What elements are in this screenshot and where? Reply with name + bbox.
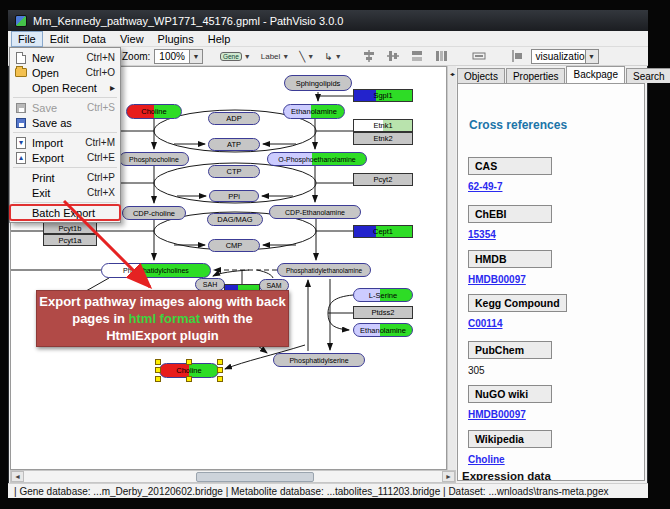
file-menu-item-print[interactable]: Print Ctrl+P <box>10 170 120 185</box>
node-gene[interactable]: Etnk2 <box>353 132 413 145</box>
file-menu-item-import[interactable]: ▾ Import Ctrl+M <box>10 135 120 150</box>
node-metabolite[interactable]: Phosphatidylcholines <box>101 263 211 278</box>
tab-properties[interactable]: Properties <box>506 68 566 83</box>
tab-objects[interactable]: Objects <box>457 68 505 83</box>
common-width-button[interactable] <box>407 48 427 64</box>
scrollbar-thumb[interactable] <box>196 472 314 482</box>
node-gene[interactable]: Ptdss2 <box>353 306 413 319</box>
selection-handle[interactable] <box>217 376 223 382</box>
new-label-button[interactable]: Label ▼ <box>258 48 293 64</box>
node-metabolite[interactable]: CDP-choline <box>122 206 186 220</box>
node-metabolite[interactable]: DAG/MAG <box>207 213 263 226</box>
menu-data[interactable]: Data <box>76 31 113 47</box>
tab-backpage[interactable]: Backpage <box>566 66 624 83</box>
node-metabolite[interactable]: ADP <box>208 112 260 125</box>
file-menu-item-save: Save Ctrl+S <box>10 100 120 115</box>
node-metabolite[interactable]: Sphingolipids <box>284 75 352 91</box>
node-metabolite[interactable]: L-Serine <box>353 288 413 302</box>
new-datanode-button[interactable]: Gene ▼ <box>217 48 254 64</box>
file-menu-item-new[interactable]: New Ctrl+N <box>10 50 120 65</box>
xref-link[interactable]: C00114 <box>468 318 567 329</box>
node-metabolite[interactable]: PPi <box>209 190 259 202</box>
combo-caret-icon[interactable]: ▼ <box>585 50 598 63</box>
selection-handle[interactable] <box>186 359 192 365</box>
menu-edit[interactable]: Edit <box>43 31 76 47</box>
align-middle-button[interactable] <box>383 48 403 64</box>
selection-handle[interactable] <box>186 376 192 382</box>
xref-link[interactable]: 62-49-7 <box>468 181 552 192</box>
title-bar[interactable]: Mm_Kennedy_pathway_WP1771_45176.gpml - P… <box>8 10 648 31</box>
file-menu-item-open-recent[interactable]: Open Recent ▸ <box>10 80 120 95</box>
cross-references-heading: Cross references <box>469 118 567 132</box>
menu-file[interactable]: File <box>11 31 43 47</box>
combo-caret-icon[interactable]: ▼ <box>189 50 202 63</box>
selection-handle[interactable] <box>217 359 223 365</box>
node-gene[interactable]: Pcyt1a <box>43 234 97 246</box>
node-gene[interactable]: Cept1 <box>353 225 413 238</box>
xref-link[interactable]: HMDB00097 <box>468 409 552 420</box>
xref-link[interactable]: HMDB00097 <box>468 274 552 285</box>
scroll-right-icon[interactable]: ► <box>442 471 455 482</box>
node-metabolite[interactable]: ATP <box>208 138 260 151</box>
side-panel: Objects Properties Backpage Search Legen… <box>456 66 646 483</box>
menu-separator <box>13 97 117 98</box>
node-metabolite[interactable]: Phosphatidylethanolamine <box>277 263 371 277</box>
xref-section-pubchem: PubChem 305 <box>468 340 552 376</box>
node-metabolite[interactable]: Phosphatidylserine <box>273 353 365 367</box>
common-height-button[interactable] <box>431 48 451 64</box>
menu-help[interactable]: Help <box>201 31 238 47</box>
zoom-label: Zoom: <box>122 51 150 62</box>
new-line-button[interactable]: ╲ ▼ <box>296 48 317 64</box>
xref-link[interactable]: Choline <box>468 454 552 465</box>
backpage-panel[interactable]: Cross references CAS 62-49-7 ChEBI 15354… <box>457 83 645 481</box>
zoom-combobox[interactable]: 100% ▼ <box>154 49 203 64</box>
xref-title: NuGO wiki <box>468 385 552 403</box>
file-menu-item-open[interactable]: Open Ctrl+O <box>10 65 120 80</box>
app-icon <box>15 15 27 27</box>
xref-section-nugo: NuGO wiki HMDB00097 <box>468 384 552 420</box>
scroll-left-icon[interactable]: ◄ <box>11 471 24 482</box>
node-metabolite[interactable]: CTP <box>208 165 260 178</box>
tab-search[interactable]: Search <box>626 68 670 83</box>
callout-highlight: html format <box>129 311 201 326</box>
save-icon <box>10 103 32 113</box>
xref-link[interactable]: 15354 <box>468 229 552 240</box>
xref-title: HMDB <box>468 250 552 268</box>
file-menu-item-exit[interactable]: Exit Ctrl+X <box>10 185 120 200</box>
splitter-arrows-icon[interactable]: ◂▸ <box>450 71 454 77</box>
xref-section-wikipedia: Wikipedia Choline <box>468 429 552 465</box>
node-metabolite[interactable]: O-Phosphoethanolamine <box>267 152 367 166</box>
xref-title: ChEBI <box>468 205 552 223</box>
node-gene[interactable]: Pcyt1b <box>43 222 97 234</box>
file-menu-item-batch-export[interactable]: Batch Export <box>10 205 120 220</box>
node-metabolite[interactable]: Ethanolamine <box>283 104 345 119</box>
panel-splitter[interactable]: ◂▸ <box>447 66 456 470</box>
node-metabolite[interactable]: Ethanolamine <box>353 323 413 337</box>
distribute-horizontal-button[interactable] <box>469 48 489 64</box>
file-menu-item-export[interactable]: ▴ Export Ctrl+E <box>10 150 120 165</box>
file-menu: New Ctrl+N Open Ctrl+O Open Recent ▸ Sav… <box>9 47 121 223</box>
window-title: Mm_Kennedy_pathway_WP1771_45176.gpml - P… <box>33 15 343 27</box>
node-metabolite[interactable]: CMP <box>208 239 260 252</box>
node-gene[interactable]: Etnk1 <box>353 119 413 132</box>
label-tool-icon: Label <box>261 52 281 61</box>
node-metabolite[interactable]: CDP-Ethanolamine <box>269 205 361 219</box>
node-gene[interactable]: Pcyt2 <box>353 173 413 186</box>
xref-section-chebi: ChEBI 15354 <box>468 204 552 240</box>
node-metabolite[interactable]: Phosphocholine <box>119 152 189 166</box>
new-connector-button[interactable]: ↳ ▼ <box>321 48 344 64</box>
node-metabolite[interactable]: Choline <box>126 104 182 119</box>
xref-title: CAS <box>468 157 552 175</box>
menu-plugins[interactable]: Plugins <box>151 31 201 47</box>
distribute-vertical-button[interactable] <box>507 48 527 64</box>
selection-handle[interactable] <box>155 367 161 373</box>
node-gene[interactable]: Sgpl1 <box>353 89 413 102</box>
horizontal-scrollbar[interactable]: ◄ ► <box>10 470 456 483</box>
selection-handle[interactable] <box>217 367 223 373</box>
menu-view[interactable]: View <box>113 31 151 47</box>
selection-handle[interactable] <box>155 376 161 382</box>
file-menu-item-save-as[interactable]: Save as <box>10 115 120 130</box>
align-center-button[interactable] <box>359 48 379 64</box>
visualization-combobox[interactable]: visualization ▼ <box>531 49 599 64</box>
selection-handle[interactable] <box>155 359 161 365</box>
